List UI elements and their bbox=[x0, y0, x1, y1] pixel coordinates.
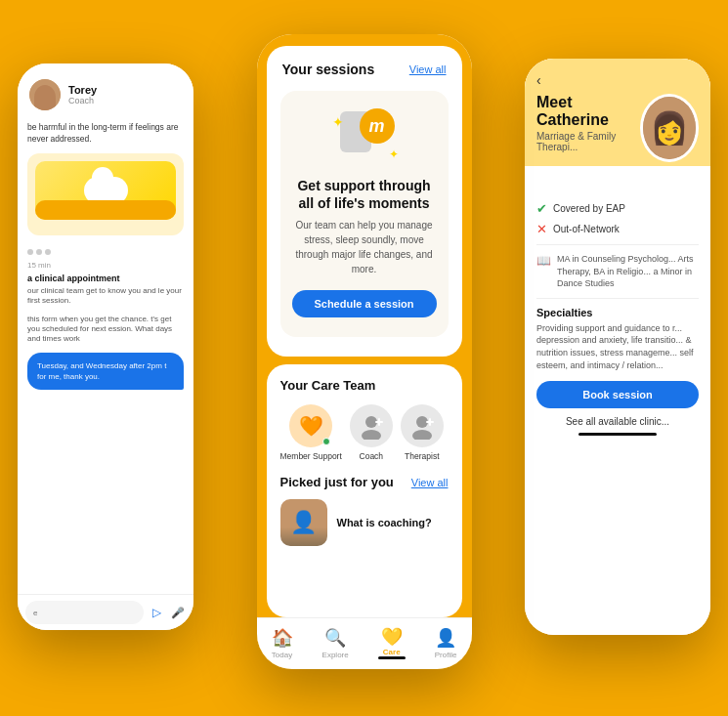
care-member-therapist[interactable]: Therapist bbox=[401, 404, 444, 461]
care-icon: 💛 bbox=[381, 626, 403, 648]
book-session-button[interactable]: Book session bbox=[536, 381, 699, 408]
explore-icon: 🔍 bbox=[324, 627, 346, 649]
view-all-sessions[interactable]: View all bbox=[409, 63, 447, 75]
therapist-person-icon bbox=[408, 412, 436, 440]
reply-text: this form when you get the chance. t's g… bbox=[27, 315, 184, 345]
out-of-network: ✕ Out-of-Network bbox=[536, 222, 699, 236]
divider bbox=[536, 244, 699, 245]
profile-icon: 👤 bbox=[435, 627, 456, 649]
care-team-title: Your Care Team bbox=[280, 378, 449, 393]
active-tab-indicator bbox=[378, 656, 406, 659]
user-bubble: Tuesday, and Wednesday after 2pm t for m… bbox=[27, 353, 184, 390]
nav-profile-label: Profile bbox=[435, 651, 457, 659]
care-label-therapist: Therapist bbox=[405, 451, 439, 461]
eap-label: Covered by EAP bbox=[553, 203, 625, 214]
phone-right: ‹ Meet Catherine Marriage & Family Thera… bbox=[525, 59, 710, 635]
coaching-thumbnail: 👤 bbox=[280, 499, 327, 546]
svg-point-1 bbox=[362, 430, 381, 440]
wave-decoration bbox=[35, 200, 176, 220]
picked-item-text: What is coaching? bbox=[337, 517, 432, 528]
care-team-card: Your Care Team 🧡 Member Support bbox=[267, 364, 462, 617]
see-all-clinics-link[interactable]: See all available clinic... bbox=[536, 416, 699, 427]
spark-right-icon: ✦ bbox=[389, 147, 399, 161]
spark-left-icon: ✦ bbox=[332, 114, 344, 130]
chat-m-letter: m bbox=[368, 116, 384, 137]
education-text: MA in Counseling Psycholog... Arts Thera… bbox=[557, 253, 699, 290]
care-member-coach[interactable]: Coach bbox=[350, 404, 393, 461]
chat-header: Torey Coach bbox=[18, 63, 193, 118]
phone-center: Your sessions View all ✦ m ✦ Get support… bbox=[257, 34, 472, 669]
mic-button[interactable]: 🎤 bbox=[171, 604, 187, 621]
chat-input-bar: ▷ 🎤 bbox=[18, 594, 193, 630]
specialties-title: Specialties bbox=[536, 307, 699, 318]
nav-today-label: Today bbox=[272, 651, 292, 659]
member-support-avatar: 🧡 bbox=[289, 404, 332, 447]
care-member-support[interactable]: 🧡 Member Support bbox=[280, 404, 342, 461]
picked-header: Picked just for you View all bbox=[280, 475, 449, 489]
provider-details: ✔ Covered by EAP ✕ Out-of-Network 📖 MA i… bbox=[525, 166, 710, 635]
picked-card[interactable]: 👤 What is coaching? bbox=[280, 499, 449, 546]
online-indicator bbox=[322, 438, 330, 445]
eap-coverage: ✔ Covered by EAP bbox=[536, 201, 699, 216]
back-button[interactable]: ‹ bbox=[536, 72, 699, 88]
chat-input[interactable] bbox=[25, 601, 144, 624]
sessions-card: Your sessions View all ✦ m ✦ Get support… bbox=[267, 46, 462, 357]
svg-point-5 bbox=[412, 430, 432, 440]
appt-title: a clinical appointment bbox=[27, 274, 184, 283]
nav-care-label: Care bbox=[383, 648, 401, 656]
coach-person-icon bbox=[358, 412, 385, 440]
appt-text: our clinical team get to know you and le… bbox=[27, 286, 184, 307]
view-all-picked[interactable]: View all bbox=[411, 477, 449, 488]
hero-desc: Our team can help you manage stress, sle… bbox=[292, 218, 437, 276]
user-message: Tuesday, and Wednesday after 2pm t for m… bbox=[37, 360, 174, 382]
avatar bbox=[29, 79, 61, 110]
care-team-row: 🧡 Member Support bbox=[280, 404, 449, 461]
profile-header: ‹ Meet Catherine Marriage & Family Thera… bbox=[525, 59, 710, 166]
x-icon: ✕ bbox=[536, 222, 547, 236]
coach-role: Coach bbox=[68, 96, 97, 105]
phone-left: Torey Coach be harmful in the long-term … bbox=[18, 63, 193, 630]
coach-avatar bbox=[350, 404, 393, 447]
care-label-coach: Coach bbox=[360, 451, 384, 461]
send-button[interactable]: ▷ bbox=[150, 604, 165, 621]
provider-name: Meet Catherine bbox=[536, 94, 640, 129]
care-label-support: Member Support bbox=[280, 451, 342, 461]
nav-profile[interactable]: 👤 Profile bbox=[435, 627, 457, 659]
provider-role: Marriage & Family Therapi... bbox=[536, 131, 640, 152]
nav-explore-label: Explore bbox=[322, 651, 349, 659]
bottom-bar-indicator bbox=[578, 433, 657, 436]
nav-today[interactable]: 🏠 Today bbox=[272, 627, 293, 659]
schedule-session-button[interactable]: Schedule a session bbox=[292, 290, 437, 317]
nav-care[interactable]: 💛 Care bbox=[378, 626, 406, 659]
picked-title: Picked just for you bbox=[280, 475, 394, 489]
thumbnail-image: 👤 bbox=[280, 499, 327, 546]
message-snippet: be harmful in the long-term if feelings … bbox=[27, 122, 184, 146]
sessions-title: Your sessions bbox=[282, 62, 375, 77]
phones-container: Torey Coach be harmful in the long-term … bbox=[0, 0, 728, 716]
network-label: Out-of-Network bbox=[553, 224, 620, 234]
provider-photo: 👩 bbox=[640, 94, 699, 162]
typing-indicator bbox=[27, 243, 184, 261]
today-icon: 🏠 bbox=[272, 627, 293, 649]
divider-2 bbox=[536, 298, 699, 299]
check-icon: ✔ bbox=[536, 201, 547, 216]
svg-rect-3 bbox=[378, 418, 380, 426]
education-item: 📖 MA in Counseling Psycholog... Arts The… bbox=[536, 253, 699, 290]
bottom-nav: 🏠 Today 🔍 Explore 💛 Care 👤 Profil bbox=[257, 617, 472, 669]
nav-explore[interactable]: 🔍 Explore bbox=[322, 627, 349, 659]
hero-illustration: ✦ m ✦ bbox=[330, 106, 399, 165]
therapist-avatar bbox=[401, 404, 444, 447]
hero-title: Get support through all of life's moment… bbox=[292, 177, 437, 212]
heart-icon: 🧡 bbox=[299, 414, 323, 438]
chat-messages: be harmful in the long-term if feelings … bbox=[18, 118, 193, 594]
specialties-text: Providing support and guidance to r... d… bbox=[536, 322, 699, 371]
hero-card: ✦ m ✦ Get support through all of life's … bbox=[280, 91, 449, 337]
weather-bubble bbox=[27, 153, 184, 235]
coach-name: Torey bbox=[68, 84, 97, 96]
chat-bubble-icon: m bbox=[360, 108, 395, 144]
svg-rect-7 bbox=[429, 418, 431, 426]
time-label: 15 min bbox=[27, 261, 184, 270]
book-icon: 📖 bbox=[536, 254, 551, 268]
